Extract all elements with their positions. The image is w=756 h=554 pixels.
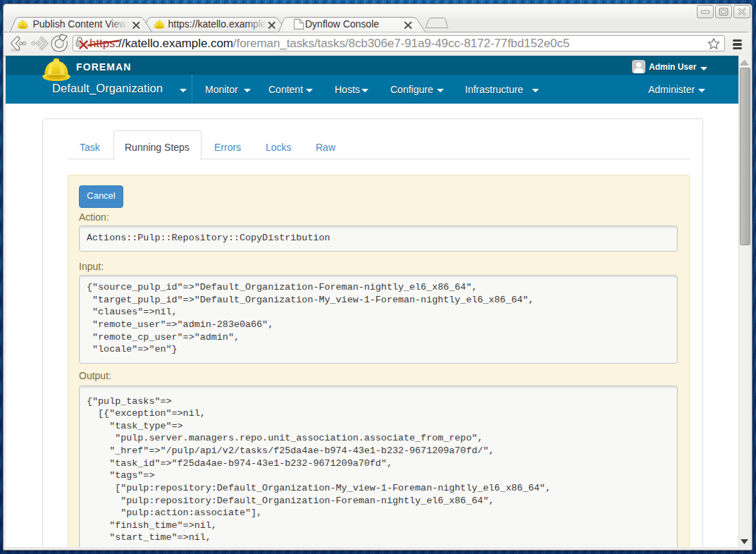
svg-text:Dynflow Console: Dynflow Console [305,18,379,30]
